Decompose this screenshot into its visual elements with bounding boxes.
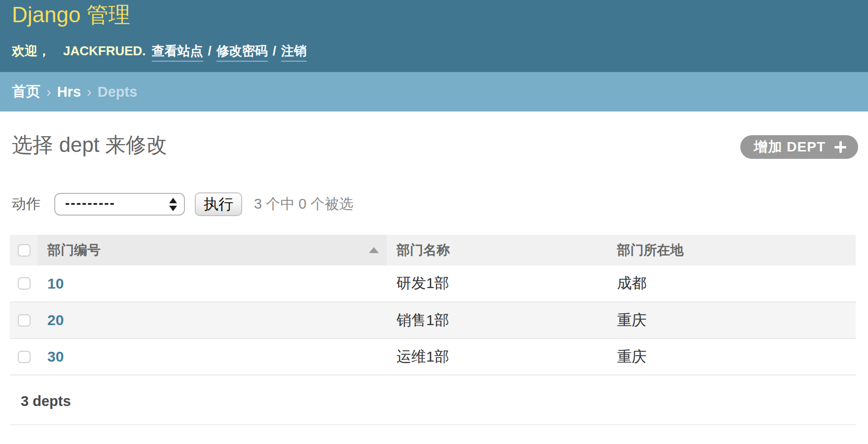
add-dept-button-label: 增加 DEPT [754, 138, 826, 156]
actions-bar: 动作 --------- 执行 3 个中 0 个被选 [12, 192, 353, 216]
row-checkbox[interactable] [18, 351, 31, 363]
user-tools: 欢迎， JACKFRUED. 查看站点 / 修改密码 / 注销 [12, 42, 309, 62]
dept-name-cell: 销售1部 [387, 302, 607, 338]
dept-name-cell: 运维1部 [387, 338, 607, 375]
site-brand-link[interactable]: Django 管理 [12, 2, 130, 28]
add-dept-button[interactable]: 增加 DEPT [740, 135, 858, 159]
breadcrumb-hrs-link[interactable]: Hrs [57, 84, 81, 100]
table-row: 20 销售1部 重庆 [10, 302, 856, 338]
actions-label: 动作 [12, 194, 40, 214]
select-stepper-icon [169, 198, 177, 211]
breadcrumb-separator-icon: › [46, 84, 51, 100]
sort-ascending-icon [369, 247, 379, 253]
column-header-label: 部门所在地 [617, 243, 684, 258]
dept-no-link[interactable]: 20 [47, 312, 64, 328]
column-header-label: 部门编号 [47, 241, 101, 259]
breadcrumb-separator-icon: › [87, 84, 92, 100]
row-checkbox[interactable] [18, 314, 31, 327]
welcome-text: 欢迎， [12, 42, 50, 60]
select-all-checkbox[interactable] [18, 244, 31, 257]
plus-icon [834, 141, 846, 153]
dept-location-cell: 成都 [607, 265, 856, 302]
column-header-dept-location[interactable]: 部门所在地 [607, 235, 856, 265]
table-row: 10 研发1部 成都 [10, 265, 856, 302]
paginator-count: 3 depts [10, 375, 856, 425]
content-area: 选择 dept 来修改 增加 DEPT 动作 --------- 执行 3 个中… [0, 111, 868, 444]
change-password-link[interactable]: 修改密码 [217, 42, 268, 62]
breadcrumb-current: Depts [98, 84, 138, 100]
changelist: 部门编号 部门名称 部门所在地 10 研发1部 [10, 235, 856, 425]
view-site-link[interactable]: 查看站点 [152, 42, 203, 62]
breadcrumb-home-link[interactable]: 首页 [12, 82, 40, 102]
logout-link[interactable]: 注销 [281, 42, 307, 62]
link-separator: / [208, 43, 212, 59]
dept-no-link[interactable]: 10 [47, 275, 64, 292]
column-header-label: 部门名称 [397, 243, 450, 258]
table-header-row: 部门编号 部门名称 部门所在地 [10, 235, 856, 265]
action-select[interactable]: --------- [54, 193, 185, 216]
column-header-dept-no[interactable]: 部门编号 [37, 235, 387, 265]
dept-location-cell: 重庆 [607, 302, 856, 338]
admin-header: Django 管理 欢迎， JACKFRUED. 查看站点 / 修改密码 / 注… [0, 0, 868, 72]
select-all-cell [10, 235, 37, 265]
dept-no-link[interactable]: 30 [47, 348, 64, 365]
go-button[interactable]: 执行 [195, 192, 242, 216]
breadcrumb: 首页 › Hrs › Depts [0, 72, 868, 111]
username: JACKFRUED. [63, 43, 146, 59]
row-checkbox[interactable] [18, 277, 31, 290]
page-title: 选择 dept 来修改 [12, 131, 167, 159]
action-select-value: --------- [65, 195, 115, 211]
dept-name-cell: 研发1部 [387, 265, 607, 302]
dept-location-cell: 重庆 [607, 338, 856, 375]
link-separator: / [273, 43, 276, 59]
column-header-dept-name[interactable]: 部门名称 [387, 235, 607, 265]
dept-table: 部门编号 部门名称 部门所在地 10 研发1部 [10, 235, 856, 375]
table-row: 30 运维1部 重庆 [10, 338, 856, 375]
action-counter: 3 个中 0 个被选 [254, 194, 353, 214]
